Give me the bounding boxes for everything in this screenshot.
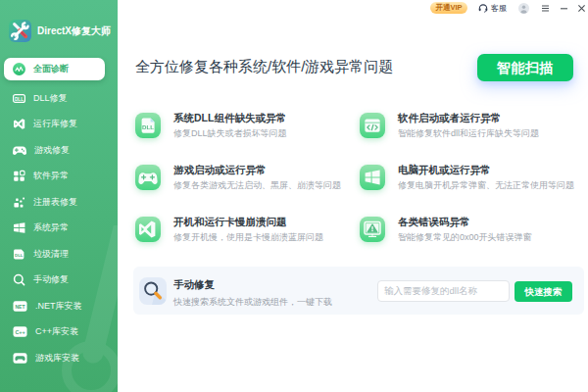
svg-text:NET: NET — [16, 303, 25, 309]
svg-text:DLL: DLL — [142, 123, 154, 130]
svg-text:DLL: DLL — [15, 97, 24, 102]
svg-text:DLL: DLL — [15, 252, 24, 257]
svg-text:C++: C++ — [15, 329, 24, 335]
